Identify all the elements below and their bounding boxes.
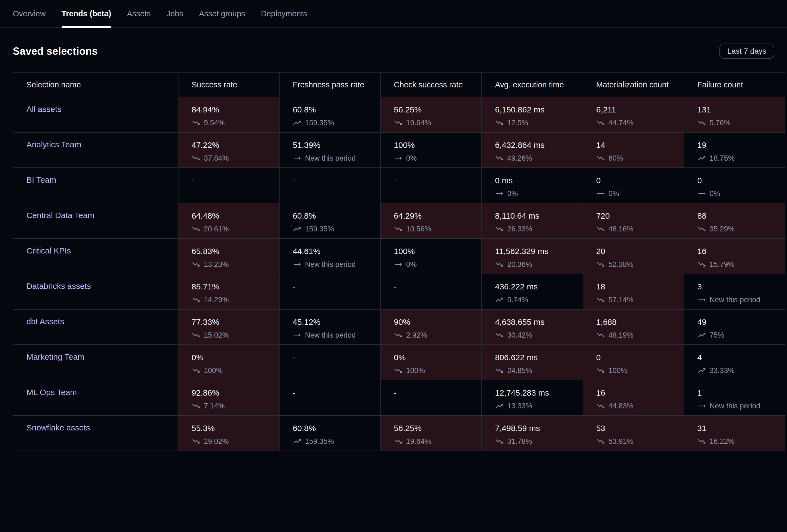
- trend-indicator: 44.74%: [596, 118, 678, 127]
- column-header: Avg. execution time: [481, 73, 582, 97]
- trend-text: 0%: [609, 189, 619, 198]
- selection-link[interactable]: Central Data Team: [26, 211, 94, 220]
- metric-cell: 64.48% 20.61%: [178, 203, 279, 238]
- metric-cell: -: [279, 380, 380, 415]
- metric-cell: 11,562.329 ms 20.36%: [481, 239, 582, 274]
- metric-value: 65.83%: [192, 246, 274, 257]
- tab-asset-groups[interactable]: Asset groups: [199, 0, 245, 27]
- metric-cell: 56.25% 19.64%: [380, 416, 481, 450]
- selection-link[interactable]: ML Ops Team: [26, 388, 77, 397]
- metric-cell: 18 57.14%: [582, 274, 684, 309]
- metric-value: 84.94%: [192, 105, 274, 115]
- trend-text: 49.26%: [507, 154, 532, 162]
- trending-down-icon: [192, 331, 200, 339]
- trend-indicator: 37.84%: [192, 154, 274, 162]
- metric-cell: 0% 100%: [380, 345, 481, 380]
- selection-link[interactable]: BI Team: [26, 175, 57, 184]
- trend-indicator: 159.35%: [293, 437, 375, 446]
- trending-down-icon: [192, 295, 200, 304]
- trending-up-icon: [293, 118, 301, 127]
- metric-cell: 14 60%: [582, 133, 684, 168]
- trending-down-icon: [192, 437, 200, 446]
- trend-indicator: 19.64%: [394, 437, 476, 446]
- column-header: Freshness pass rate: [279, 73, 380, 97]
- trend-indicator: 33.33%: [697, 366, 779, 375]
- trend-indicator: New this period: [697, 295, 779, 304]
- metric-cell: 0 0%: [582, 168, 684, 203]
- tab-trends-beta[interactable]: Trends (beta): [62, 0, 111, 27]
- trending-down-icon: [192, 154, 200, 162]
- metric-value: 85.71%: [192, 282, 274, 292]
- metric-cell: 131 5.76%: [684, 97, 785, 132]
- metric-cell: -: [380, 274, 481, 309]
- metric-value: 0 ms: [495, 175, 577, 186]
- trending-down-icon: [697, 437, 706, 446]
- trend-text: 0%: [406, 260, 417, 269]
- trend-text: 35.29%: [709, 225, 735, 233]
- trend-text: New this period: [305, 260, 356, 269]
- trend-indicator: 14.29%: [192, 295, 274, 304]
- trend-indicator: 16.22%: [697, 437, 779, 446]
- tab-deployments[interactable]: Deployments: [261, 0, 307, 27]
- trend-indicator: 49.26%: [495, 154, 577, 162]
- metric-value: 19: [697, 140, 779, 150]
- trend-indicator: New this period: [293, 260, 375, 269]
- selection-link[interactable]: Databricks assets: [26, 282, 91, 290]
- selection-link[interactable]: Critical KPIs: [26, 246, 71, 255]
- arrow-right-icon: [293, 154, 301, 162]
- trend-indicator: 15.02%: [192, 331, 274, 339]
- trend-text: 100%: [609, 366, 627, 375]
- metric-cell: 85.71% 14.29%: [178, 274, 279, 309]
- trend-text: 57.14%: [609, 295, 634, 304]
- trending-down-icon: [596, 154, 605, 162]
- selection-link[interactable]: All assets: [26, 105, 61, 113]
- metric-value: 64.29%: [394, 211, 476, 221]
- trending-down-icon: [192, 366, 200, 375]
- metric-value: 0%: [192, 352, 274, 363]
- metric-cell: 84.94% 9.54%: [178, 97, 279, 132]
- metric-cell: 49 75%: [684, 310, 785, 345]
- table-header-row: Selection nameSuccess rateFreshness pass…: [13, 73, 785, 97]
- trending-down-icon: [394, 366, 403, 375]
- trend-text: 9.54%: [204, 118, 225, 127]
- trending-down-icon: [394, 118, 403, 127]
- metric-value: 60.8%: [293, 211, 375, 221]
- time-range-button[interactable]: Last 7 days: [719, 44, 774, 59]
- trend-indicator: 19.64%: [394, 118, 476, 127]
- trending-up-icon: [697, 331, 706, 339]
- trend-text: 100%: [204, 366, 222, 375]
- metric-cell: -: [178, 168, 279, 203]
- table-row: BI Team - - - 0 ms 0% 0 0% 0 0%: [13, 168, 785, 203]
- trend-text: 0%: [507, 189, 518, 198]
- tab-overview[interactable]: Overview: [13, 0, 46, 27]
- selection-name-cell: Central Data Team: [13, 203, 178, 238]
- metric-cell: 720 48.16%: [582, 203, 684, 238]
- trending-down-icon: [596, 260, 605, 269]
- metric-cell: 0 0%: [684, 168, 785, 203]
- trend-indicator: 0%: [394, 154, 476, 162]
- metric-cell: 55.3% 29.02%: [178, 416, 279, 450]
- metric-cell: 6,432.864 ms 49.26%: [481, 133, 582, 168]
- metric-value: 436.222 ms: [495, 282, 577, 292]
- selection-link[interactable]: Marketing Team: [26, 352, 84, 361]
- tab-assets[interactable]: Assets: [127, 0, 151, 27]
- trend-text: 13.33%: [507, 402, 532, 410]
- selection-name-cell: BI Team: [13, 168, 178, 203]
- trend-indicator: 15.79%: [697, 260, 779, 269]
- metric-value: 56.25%: [394, 423, 476, 434]
- metric-value: 47.22%: [192, 140, 274, 150]
- tab-jobs[interactable]: Jobs: [167, 0, 183, 27]
- selection-link[interactable]: Analytics Team: [26, 140, 81, 149]
- selection-name-cell: Marketing Team: [13, 345, 178, 380]
- metric-value: 0%: [394, 352, 476, 363]
- selection-link[interactable]: dbt Assets: [26, 317, 64, 326]
- trending-up-icon: [293, 437, 301, 446]
- metric-value: 131: [697, 105, 779, 115]
- metric-value: -: [394, 175, 476, 186]
- trend-text: 15.02%: [204, 331, 229, 339]
- metric-cell: 7,498.59 ms 31.78%: [481, 416, 582, 450]
- trend-text: 44.74%: [609, 118, 634, 127]
- trend-text: 10.56%: [406, 225, 431, 233]
- trend-text: 100%: [406, 366, 425, 375]
- selection-link[interactable]: Snowflake assets: [26, 423, 90, 432]
